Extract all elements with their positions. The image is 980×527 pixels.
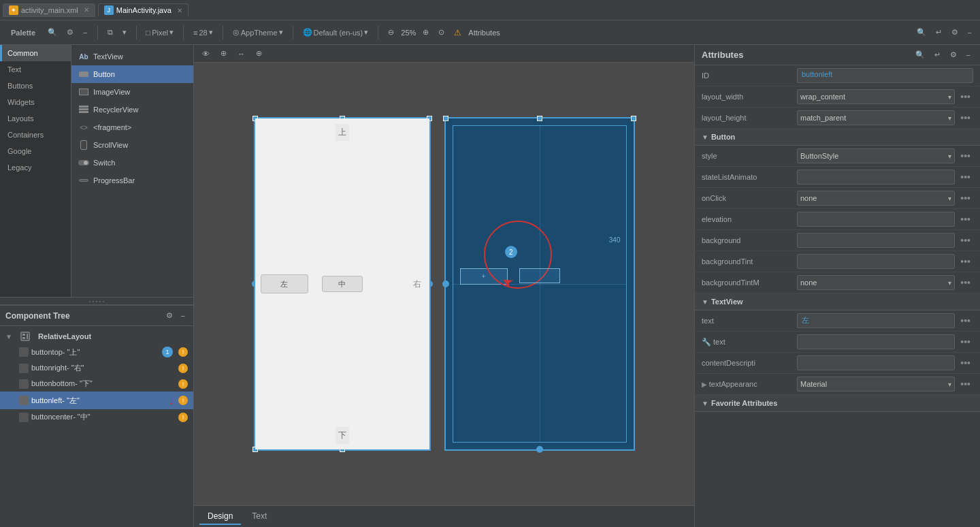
layout-width-more[interactable]: ••• [958,91,973,102]
attr-bg-tint-input[interactable] [797,254,955,269]
palette-item-recyclerview[interactable]: RecyclerView [71,101,193,118]
tab-design[interactable]: Design [199,509,241,525]
bp-anchor-bottom[interactable] [536,446,543,453]
settings-button[interactable]: ⚙ [64,27,76,38]
palette-resize-handle[interactable]: • • • • • [0,297,193,305]
tab-main-activity-close[interactable]: ✕ [177,7,182,14]
fit-screen-button[interactable]: ⊙ [436,27,447,38]
attr-search-button[interactable]: 🔍 [914,27,929,38]
relativelayout-icon [20,332,30,341]
palette-item-textview[interactable]: Ab TextView [71,48,193,65]
bg-tintm-more[interactable]: ••• [958,277,973,288]
bg-tint-more[interactable]: ••• [958,256,973,267]
text-pencil-more[interactable]: ••• [958,336,973,347]
orientation-dropdown[interactable]: ▾ [120,27,129,38]
tree-item-buttontop[interactable]: buttontop- "上" 1 ! [0,344,193,360]
magnet-button[interactable]: ⊕ [218,48,229,59]
minimize-palette-button[interactable]: − [80,27,90,38]
api-button[interactable]: ≡ 28 ▾ [191,27,216,38]
center-button[interactable]: ⊕ [253,48,265,59]
zoom-out-button[interactable]: ⊖ [385,27,397,38]
blueprint-view-container: 340 + 2 ➤ [444,117,635,451]
bp-corner-tl[interactable] [443,116,448,121]
attr-bg-tintm-select[interactable]: none ▾ [797,275,955,290]
palette-item-switch[interactable]: Switch [71,154,193,172]
design-frame[interactable]: 上 左 中 右 [254,117,431,451]
center-button-canvas[interactable]: 中 [322,276,363,292]
eye-button[interactable]: 👁 [199,48,212,59]
tab-activity-main-close[interactable]: ✕ [84,6,89,14]
component-tree-settings[interactable]: ⚙ [163,310,176,321]
attr-layout-height-select[interactable]: match_parent ▾ [797,110,955,125]
arrows-button[interactable]: ↔ [235,48,248,59]
theme-button[interactable]: ◎ AppTheme ▾ [230,27,286,38]
attr-more-button[interactable]: − [965,27,975,38]
category-google[interactable]: Google [0,143,71,159]
attr-text-appearance-select[interactable]: Material ▾ [797,377,955,392]
attr-search-icon-btn[interactable]: 🔍 [913,49,928,61]
tree-item-buttoncenter[interactable]: buttoncenter- "中" ! [0,409,193,425]
elevation-more[interactable]: ••• [958,214,973,225]
tree-item-relativelayout[interactable]: ▼ RelativeLayout [0,329,193,344]
device-button[interactable]: □ Pixel ▾ [144,27,177,38]
bp-anchor-left[interactable] [442,281,449,287]
attr-settings-button[interactable]: ⚙ [949,27,961,38]
text-more[interactable]: ••• [958,315,973,326]
attributes-body: ID buttonleft layout_width wrap_content … [695,65,980,527]
category-containers[interactable]: Containers [0,127,71,143]
attr-gear-btn[interactable]: ⚙ [947,49,960,61]
category-common[interactable]: Common [0,45,71,61]
category-buttons[interactable]: Buttons [0,78,71,94]
layout-height-more[interactable]: ••• [958,112,973,123]
category-text[interactable]: Text [0,61,71,78]
style-more[interactable]: ••• [958,150,973,161]
attr-collapse-btn[interactable]: − [964,50,973,61]
bp-corner-tc[interactable] [537,116,542,121]
left-button[interactable]: 左 [261,274,308,293]
palette-item-progressbar[interactable]: ProgressBar [71,172,193,189]
text-appearance-more[interactable]: ••• [958,379,973,389]
tab-main-activity[interactable]: J MainActivity.java ✕ [98,3,189,16]
tab-text[interactable]: Text [244,509,275,525]
palette-item-button[interactable]: Button [71,65,193,83]
style-dropdown-arrow: ▾ [948,153,951,160]
content-desc-more[interactable]: ••• [958,357,973,368]
search-button[interactable]: 🔍 [45,27,60,38]
category-widgets[interactable]: Widgets [0,94,71,110]
zoom-in-button[interactable]: ⊕ [420,27,431,38]
background-more[interactable]: ••• [958,235,973,246]
attr-content-desc-input[interactable] [797,355,955,370]
attr-nav-btn[interactable]: ↵ [932,49,943,61]
palette-item-scrollview[interactable]: ScrollView [71,136,193,154]
attr-background-row: background ••• [695,230,980,251]
onclick-more[interactable]: ••• [958,193,973,204]
warning-icon: ⚠ [454,28,461,37]
attr-background-input[interactable] [797,233,955,248]
tree-item-buttonright[interactable]: buttonright- "右" ! [0,360,193,376]
bp-corner-tr[interactable] [631,116,636,121]
component-tree-minimize[interactable]: − [178,310,188,321]
attr-state-anim-input[interactable] [797,170,955,185]
tab-activity-main[interactable]: ✦ activity_main.xml ✕ [3,3,95,17]
locale-button[interactable]: 🌐 Default (en-us) ▾ [300,27,372,38]
buttoncenter-warning: ! [178,413,188,422]
palette-item-imageview[interactable]: ImageView [71,83,193,101]
orientation-button[interactable]: ⧉ [105,27,116,38]
palette-item-fragment[interactable]: <> <fragment> [71,118,193,136]
blueprint-frame[interactable]: 340 + 2 ➤ [444,117,635,451]
attr-id-row: ID buttonleft [695,65,980,86]
state-anim-more[interactable]: ••• [958,172,973,182]
attr-back-button[interactable]: ↵ [933,27,945,38]
palette-items: Ab TextView Button ImageView RecyclerVie… [71,45,193,297]
attr-layout-width-select[interactable]: wrap_content ▾ [797,89,955,104]
tree-item-buttonleft[interactable]: buttonleft- "左" ↓ ! [0,392,193,409]
attr-text-pencil-input[interactable] [797,334,955,349]
attr-onclick-select[interactable]: none ▾ [797,191,955,206]
attr-text-input[interactable]: 左 [797,313,955,328]
category-layouts[interactable]: Layouts [0,110,71,127]
attr-elevation-input[interactable] [797,212,955,227]
attr-id-input[interactable]: buttonleft [797,68,973,83]
category-legacy[interactable]: Legacy [0,159,71,176]
tree-item-buttonbottom[interactable]: buttonbottom- "下" ! [0,376,193,392]
attr-style-select[interactable]: ButtonStyle ▾ [797,148,955,163]
